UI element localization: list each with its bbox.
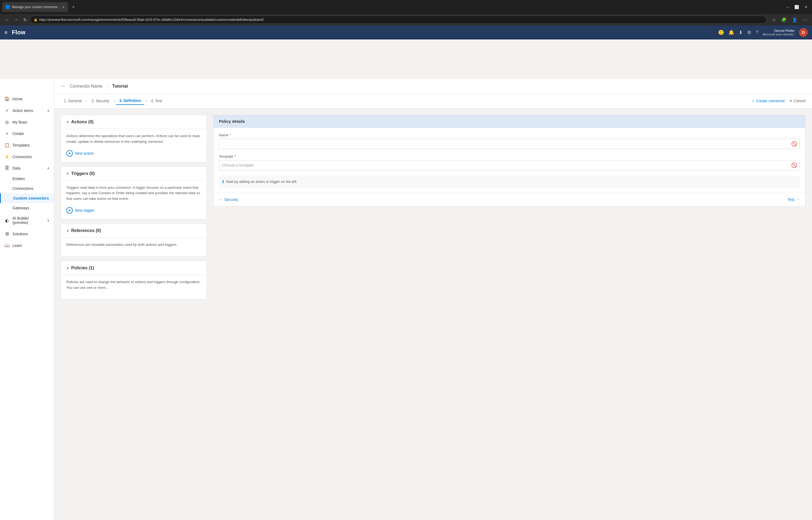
- hamburger-menu[interactable]: ≡: [4, 29, 7, 36]
- user-org: Microsoft (new default) (: [763, 33, 795, 36]
- new-trigger-button[interactable]: + New trigger: [66, 206, 201, 215]
- policies-section-header[interactable]: ∨ Policies (1): [61, 261, 206, 275]
- template-label: Template *: [219, 154, 800, 158]
- actions-chevron: ∨: [66, 120, 69, 124]
- cancel-label: Cancel: [794, 99, 806, 103]
- favorites-icon[interactable]: ☆: [770, 17, 777, 23]
- tab-favicon: [5, 5, 10, 9]
- template-required: *: [235, 154, 236, 158]
- template-form-group: Template * Choose a template 🚫: [219, 154, 800, 171]
- home-icon: 🏠: [4, 96, 10, 101]
- triggers-section-header[interactable]: ∨ Triggers (0): [61, 167, 206, 181]
- data-chevron: ∧: [47, 166, 50, 170]
- policies-section-title: Policies (1): [71, 265, 94, 270]
- data-icon: 🗄: [4, 166, 10, 171]
- minimize-button[interactable]: ─: [784, 4, 791, 10]
- sidebar-item-action-items[interactable]: ✓ Action items ∨: [0, 105, 54, 116]
- new-trigger-plus-icon: +: [66, 207, 73, 214]
- main-content: ← Connector Name | Tutorial 1. General ›…: [54, 79, 812, 520]
- policy-card: Policy details Name * 🚫: [213, 115, 806, 206]
- sidebar-item-ai-builder[interactable]: ◐ AI Builder(preview) ∨: [0, 213, 54, 228]
- step-chevron-1: ›: [86, 99, 87, 103]
- create-connector-button[interactable]: ✓ Create connector: [752, 99, 785, 103]
- help-icon[interactable]: ?: [756, 30, 758, 35]
- sidebar-item-ai-builder-label: AI Builder(preview): [13, 216, 29, 225]
- templates-icon: 📋: [4, 142, 10, 148]
- menu-icon[interactable]: ⋯: [801, 17, 809, 23]
- settings-icon[interactable]: ⚙: [747, 29, 752, 35]
- security-back-link[interactable]: ← Security: [219, 198, 238, 202]
- sidebar-item-my-flows[interactable]: ◎ My flows: [0, 116, 54, 128]
- sidebar-item-create-label: Create: [13, 131, 24, 136]
- actions-section-title: Actions (0): [71, 120, 94, 124]
- references-desc: References are reusable parameters used …: [66, 242, 201, 248]
- emoji-icon[interactable]: 🙂: [718, 29, 724, 35]
- close-button[interactable]: ✕: [802, 4, 810, 10]
- user-avatar[interactable]: D: [799, 28, 808, 37]
- step-definition[interactable]: 3. Definition: [116, 97, 144, 105]
- test-forward-link[interactable]: Test →: [787, 198, 800, 202]
- profile-icon[interactable]: 👤: [790, 17, 799, 23]
- template-input-wrapper: Choose a template 🚫: [219, 160, 800, 171]
- new-action-button[interactable]: + New action: [66, 149, 201, 158]
- sidebar-item-templates[interactable]: 📋 Templates: [0, 139, 54, 151]
- sidebar: 🏠 Home ✓ Action items ∨ ◎ My flows + Cre…: [0, 79, 54, 520]
- maximize-button[interactable]: ⬜: [792, 4, 801, 10]
- sidebar-item-learn[interactable]: 📖 Learn: [0, 240, 54, 251]
- address-bar[interactable]: 🔒 https://preview.flow.microsoft.com/man…: [30, 16, 766, 24]
- check-icon: ✓: [752, 99, 755, 103]
- sidebar-item-gateways[interactable]: Gateways: [0, 203, 54, 213]
- connector-name-label: Connector Name: [70, 84, 103, 89]
- ai-builder-chevron: ∨: [47, 218, 50, 222]
- step-test[interactable]: 4. Test: [148, 97, 165, 105]
- sidebar-item-entities[interactable]: Entities: [0, 174, 54, 184]
- download-icon[interactable]: ⬇: [739, 29, 743, 35]
- x-icon: ✕: [789, 99, 792, 103]
- back-button[interactable]: ←: [3, 16, 11, 23]
- header-bar: ← Connector Name | Tutorial: [54, 79, 812, 94]
- sidebar-item-solutions[interactable]: ⊞ Solutions: [0, 228, 54, 240]
- cancel-button[interactable]: ✕ Cancel: [789, 99, 806, 103]
- sidebar-item-connections[interactable]: Connections: [0, 184, 54, 193]
- sidebar-item-learn-label: Learn: [13, 243, 22, 248]
- sidebar-item-data[interactable]: 🗄 Data ∧: [0, 162, 54, 174]
- step-security[interactable]: 2. Security: [88, 97, 113, 105]
- sidebar-item-custom-connectors[interactable]: Custom connectors: [0, 193, 54, 203]
- sidebar-item-connectors[interactable]: ⚡ Connectors: [0, 151, 54, 162]
- actions-section-body: Actions determine the operations that us…: [61, 129, 206, 162]
- sidebar-item-create[interactable]: + Create: [0, 128, 54, 139]
- close-tab-button[interactable]: ✕: [62, 5, 65, 9]
- new-action-label: New action: [75, 151, 94, 155]
- name-input[interactable]: [219, 139, 800, 149]
- actions-section-header[interactable]: ∨ Actions (0): [61, 115, 206, 129]
- policy-footer: ← Security Test →: [214, 193, 805, 206]
- back-nav-button[interactable]: ←: [60, 83, 66, 89]
- browser-actions: ☆ 🧩 👤 ⋯: [770, 17, 809, 23]
- browser-titlebar: Manage your custom connector... ✕ + ─ ⬜ …: [0, 0, 812, 14]
- app-container: 🏠 Home ✓ Action items ∨ ◎ My flows + Cre…: [0, 65, 812, 520]
- template-select[interactable]: Choose a template: [219, 160, 800, 171]
- name-form-group: Name * 🚫: [219, 133, 800, 149]
- user-info: Denzel Pfeifer Microsoft (new default) (: [763, 29, 795, 36]
- new-tab-button[interactable]: +: [70, 3, 77, 11]
- triggers-section-title: Triggers (0): [71, 171, 95, 176]
- learn-icon: 📖: [4, 243, 10, 248]
- references-chevron: ∨: [66, 228, 69, 233]
- browser-tab[interactable]: Manage your custom connector... ✕: [2, 2, 68, 12]
- sidebar-item-templates-label: Templates: [13, 143, 30, 147]
- template-label-text: Template: [219, 154, 233, 158]
- template-error-icon: 🚫: [791, 162, 797, 168]
- policy-body: Name * 🚫 Template *: [214, 128, 805, 193]
- step-general-label: 1. General: [64, 99, 81, 103]
- references-section-header[interactable]: ∨ References (0): [61, 224, 206, 238]
- tab-title: Manage your custom connector...: [12, 5, 60, 9]
- policies-section-body: Policies are used to change the behavior…: [61, 275, 206, 300]
- tutorial-label: Tutorial: [112, 84, 128, 89]
- extensions-icon[interactable]: 🧩: [780, 17, 788, 23]
- refresh-button[interactable]: ↻: [22, 16, 28, 24]
- notifications-icon[interactable]: 🔔: [728, 29, 734, 35]
- forward-button[interactable]: →: [13, 16, 20, 23]
- sidebar-item-connectors-label: Connectors: [13, 155, 32, 159]
- sidebar-item-home[interactable]: 🏠 Home: [0, 93, 54, 105]
- step-general[interactable]: 1. General: [60, 97, 85, 105]
